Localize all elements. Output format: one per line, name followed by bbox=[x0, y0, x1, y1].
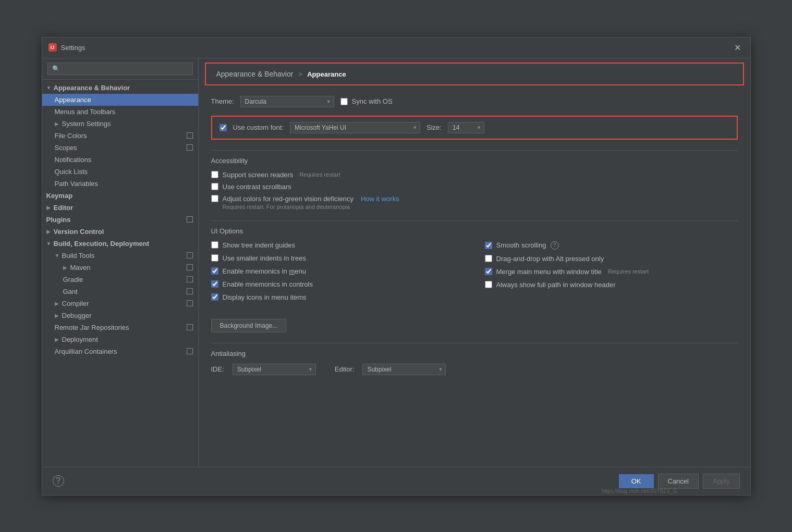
sidebar-item-scopes[interactable]: Scopes bbox=[42, 142, 198, 154]
sidebar-item-version-control[interactable]: ▶ Version Control bbox=[42, 226, 198, 238]
drag-drop-alt-label[interactable]: Drag-and-drop with Alt pressed only bbox=[496, 255, 604, 263]
a11y-item-color-vision: Adjust colors for red-green vision defic… bbox=[211, 195, 738, 210]
mnemonics-menu-label[interactable]: Enable mnemonics in menu bbox=[223, 267, 306, 275]
show-tree-indent-checkbox[interactable] bbox=[211, 241, 218, 249]
option-smooth-scrolling: Smooth scrolling ? bbox=[485, 241, 738, 250]
screen-readers-label[interactable]: Support screen readers bbox=[223, 171, 294, 179]
plugins-icon bbox=[187, 216, 193, 222]
bottom-bar: ? https://blog.csdn.net/JGYBZX_G OK Canc… bbox=[42, 467, 750, 495]
sidebar-item-remote-jar-repositories[interactable]: Remote Jar Repositories bbox=[42, 321, 198, 333]
sidebar-item-compiler[interactable]: ▶ Compiler bbox=[42, 298, 198, 310]
color-vision-note: Requires restart. For protanopia and deu… bbox=[223, 204, 738, 210]
size-label: Size: bbox=[427, 123, 442, 131]
ui-options-title: UI Options bbox=[211, 227, 738, 235]
sidebar: ▼ Appearance & Behavior Appearance Menus… bbox=[42, 58, 199, 467]
smaller-indents-checkbox[interactable] bbox=[211, 254, 218, 262]
color-vision-label[interactable]: Adjust colors for red-green vision defic… bbox=[223, 195, 354, 203]
theme-select-wrapper: Darcula IntelliJ Light High Contrast bbox=[240, 96, 334, 107]
sidebar-item-quick-lists[interactable]: Quick Lists bbox=[42, 166, 198, 178]
editor-aa-select[interactable]: Subpixel Greyscale No antialiasing bbox=[362, 364, 446, 375]
ui-options-section: UI Options Show tree indent guides Use s… bbox=[211, 220, 738, 332]
accessibility-title: Accessibility bbox=[211, 157, 738, 165]
merge-menu-label[interactable]: Merge main menu with window title bbox=[496, 268, 602, 276]
app-icon: IJ bbox=[48, 43, 57, 52]
sidebar-item-build-execution-deployment[interactable]: ▼ Build, Execution, Deployment bbox=[42, 238, 198, 250]
smooth-scrolling-help-icon[interactable]: ? bbox=[551, 241, 559, 250]
sidebar-item-editor[interactable]: ▶ Editor bbox=[42, 202, 198, 214]
mnemonics-menu-checkbox[interactable] bbox=[211, 267, 218, 275]
mnemonics-controls-label[interactable]: Enable mnemonics in controls bbox=[223, 280, 313, 288]
sync-with-os-checkbox[interactable] bbox=[340, 98, 348, 105]
sidebar-item-file-colors[interactable]: File Colors bbox=[42, 130, 198, 142]
font-select[interactable]: Microsoft YaHei UI Arial Segoe UI Consol… bbox=[290, 122, 420, 133]
close-button[interactable]: ✕ bbox=[731, 42, 744, 54]
background-image-button[interactable]: Background Image... bbox=[211, 319, 287, 332]
use-custom-font-checkbox[interactable] bbox=[220, 124, 227, 131]
sidebar-item-gant[interactable]: Gant bbox=[42, 286, 198, 298]
sidebar-item-maven[interactable]: ▶ Maven bbox=[42, 262, 198, 274]
antialiasing-section: Antialiasing IDE: Subpixel Greyscale No … bbox=[211, 343, 738, 375]
sidebar-item-plugins[interactable]: Plugins bbox=[42, 214, 198, 226]
contrast-scrollbars-checkbox[interactable] bbox=[211, 183, 218, 190]
full-path-checkbox[interactable] bbox=[485, 281, 492, 288]
theme-select[interactable]: Darcula IntelliJ Light High Contrast bbox=[240, 96, 334, 107]
a11y-item-screen-readers: Support screen readers Requires restart bbox=[211, 171, 738, 179]
arquillian-icon bbox=[187, 348, 193, 354]
sidebar-item-keymap[interactable]: Keymap bbox=[42, 190, 198, 202]
breadcrumb-current: Appearance bbox=[307, 70, 346, 78]
merge-menu-note: Requires restart bbox=[608, 268, 649, 275]
option-merge-menu: Merge main menu with window title Requir… bbox=[485, 268, 738, 276]
sidebar-item-system-settings[interactable]: ▶ System Settings bbox=[42, 118, 198, 130]
show-tree-indent-label[interactable]: Show tree indent guides bbox=[223, 241, 295, 249]
smaller-indents-label[interactable]: Use smaller indents in trees bbox=[223, 254, 306, 262]
how-it-works-link[interactable]: How it works bbox=[361, 195, 399, 203]
screen-readers-checkbox[interactable] bbox=[211, 171, 218, 178]
option-smaller-indents: Use smaller indents in trees bbox=[211, 254, 464, 262]
ide-aa-label: IDE: bbox=[211, 365, 224, 373]
sidebar-item-debugger[interactable]: ▶ Debugger bbox=[42, 310, 198, 321]
cancel-button[interactable]: Cancel bbox=[658, 474, 699, 489]
sidebar-item-menus-toolbars[interactable]: Menus and Toolbars bbox=[42, 106, 198, 118]
help-button[interactable]: ? bbox=[53, 475, 64, 487]
apply-button[interactable]: Apply bbox=[703, 474, 740, 489]
sidebar-item-deployment[interactable]: ▶ Deployment bbox=[42, 333, 198, 345]
antialiasing-row: IDE: Subpixel Greyscale No antialiasing … bbox=[211, 364, 738, 375]
sidebar-item-arquillian-containers[interactable]: Arquillian Containers bbox=[42, 345, 198, 357]
display-icons-checkbox[interactable] bbox=[211, 293, 218, 301]
mnemonics-controls-checkbox[interactable] bbox=[211, 280, 218, 288]
sidebar-item-build-tools[interactable]: ▼ Build Tools bbox=[42, 250, 198, 262]
option-drag-drop-alt: Drag-and-drop with Alt pressed only bbox=[485, 255, 738, 263]
font-select-wrapper: Microsoft YaHei UI Arial Segoe UI Consol… bbox=[290, 122, 420, 133]
editor-aa-label: Editor: bbox=[335, 365, 355, 373]
use-custom-font-label[interactable]: Use custom font: bbox=[233, 123, 284, 131]
custom-font-row: Use custom font: Microsoft YaHei UI Aria… bbox=[211, 116, 738, 140]
gant-icon bbox=[187, 288, 193, 294]
sidebar-item-gradle[interactable]: Gradle bbox=[42, 274, 198, 286]
ide-aa-select[interactable]: Subpixel Greyscale No antialiasing bbox=[233, 364, 316, 375]
breadcrumb: Appearance & Behavior > Appearance bbox=[205, 63, 744, 85]
sidebar-item-path-variables[interactable]: Path Variables bbox=[42, 178, 198, 190]
search-input[interactable] bbox=[47, 63, 193, 75]
drag-drop-alt-checkbox[interactable] bbox=[485, 255, 492, 262]
size-select[interactable]: 14 10111213 151618 bbox=[448, 122, 484, 133]
gradle-icon bbox=[187, 276, 193, 282]
merge-menu-checkbox[interactable] bbox=[485, 268, 492, 275]
sidebar-tree: ▼ Appearance & Behavior Appearance Menus… bbox=[42, 80, 198, 467]
display-icons-label[interactable]: Display icons in menu items bbox=[223, 293, 307, 301]
smooth-scrolling-label[interactable]: Smooth scrolling bbox=[496, 241, 546, 249]
full-path-label[interactable]: Always show full path in window header bbox=[496, 281, 616, 289]
option-full-path: Always show full path in window header bbox=[485, 281, 738, 289]
sidebar-item-notifications[interactable]: Notifications bbox=[42, 154, 198, 166]
file-colors-icon bbox=[187, 132, 193, 139]
sync-with-os-label[interactable]: Sync with OS bbox=[352, 97, 393, 105]
theme-label: Theme: bbox=[211, 97, 234, 105]
smooth-scrolling-checkbox[interactable] bbox=[485, 242, 492, 249]
sidebar-item-appearance[interactable]: Appearance bbox=[42, 94, 198, 106]
ok-button[interactable]: OK bbox=[619, 474, 654, 488]
option-display-icons: Display icons in menu items bbox=[211, 293, 464, 301]
contrast-scrollbars-label[interactable]: Use contrast scrollbars bbox=[223, 183, 291, 191]
sidebar-item-appearance-behavior[interactable]: ▼ Appearance & Behavior bbox=[42, 82, 198, 94]
a11y-item-contrast-scrollbars: Use contrast scrollbars bbox=[211, 183, 738, 191]
editor-aa-select-wrapper: Subpixel Greyscale No antialiasing bbox=[362, 364, 446, 375]
color-vision-checkbox[interactable] bbox=[211, 195, 218, 202]
